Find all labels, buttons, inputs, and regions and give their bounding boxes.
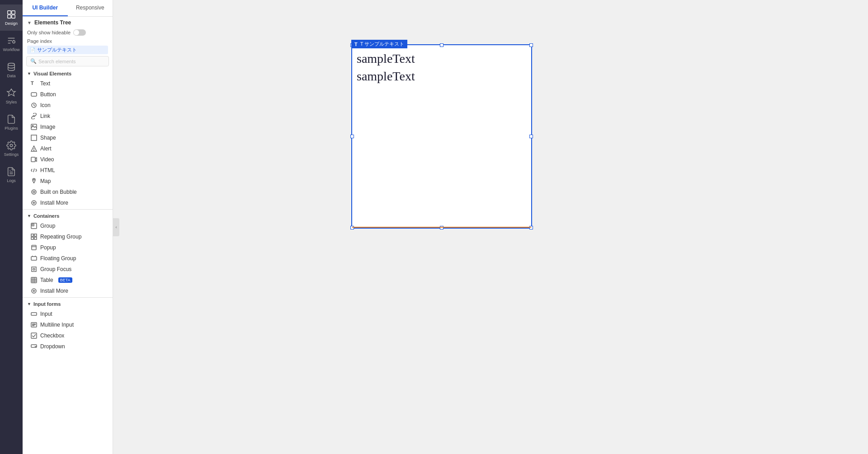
- resize-handle-mr[interactable]: [529, 135, 533, 138]
- element-popup[interactable]: Popup: [23, 242, 113, 253]
- svg-point-19: [33, 191, 35, 193]
- element-repeating-group[interactable]: Repeating Group: [23, 231, 113, 242]
- input-forms-chevron: ▼: [27, 302, 31, 306]
- svg-rect-16: [31, 157, 35, 162]
- element-type-icon: T: [354, 42, 358, 47]
- svg-rect-25: [31, 234, 33, 236]
- sidebar-item-design[interactable]: Design: [0, 5, 23, 31]
- resize-handle-bl[interactable]: [350, 226, 354, 229]
- canvas-area: ‹ T T サンプルテキスト sampleText sampleText: [113, 0, 868, 454]
- element-input[interactable]: Input: [23, 309, 113, 319]
- group-icon: [31, 223, 37, 229]
- svg-rect-3: [12, 15, 15, 18]
- dropdown-icon: [31, 343, 37, 350]
- sidebar-item-data[interactable]: Data: [0, 57, 23, 83]
- only-show-hideable-row: Only show hideable: [23, 28, 113, 37]
- svg-point-15: [34, 150, 34, 151]
- shape-icon: [31, 135, 37, 141]
- svg-rect-13: [31, 135, 37, 140]
- element-video[interactable]: Video: [23, 154, 113, 165]
- sidebar-item-plugins-label: Plugins: [5, 126, 18, 131]
- svg-point-33: [33, 268, 35, 270]
- svg-rect-29: [32, 245, 36, 250]
- element-multiline-input[interactable]: Multiline Input: [23, 319, 113, 330]
- visual-elements-header[interactable]: ▼ Visual Elements: [23, 68, 113, 78]
- resize-handle-ml[interactable]: [350, 135, 354, 138]
- repeating-group-icon: [31, 234, 37, 240]
- visual-elements-chevron: ▼: [27, 71, 31, 76]
- elements-tree-chevron: ▼: [27, 20, 32, 25]
- button-icon: [31, 91, 37, 98]
- html-icon: [31, 167, 37, 173]
- element-group[interactable]: Group: [23, 220, 113, 231]
- element-text[interactable]: T Text: [23, 78, 113, 89]
- resize-handle-bc[interactable]: [440, 226, 443, 229]
- input-forms-header[interactable]: ▼ Input forms: [23, 299, 113, 309]
- svg-rect-0: [8, 11, 11, 14]
- element-image[interactable]: Image: [23, 122, 113, 132]
- svg-rect-31: [31, 257, 37, 260]
- text-element-box[interactable]: sampleText sampleText: [351, 44, 532, 229]
- svg-rect-2: [8, 15, 11, 18]
- svg-rect-27: [31, 237, 33, 239]
- page-index-item[interactable]: 📄 サンプルテキスト: [27, 46, 108, 54]
- svg-point-4: [13, 41, 15, 43]
- panel-tabs: UI Builder Responsive: [23, 0, 113, 17]
- tab-responsive[interactable]: Responsive: [68, 0, 113, 16]
- containers-chevron: ▼: [27, 214, 31, 218]
- svg-rect-28: [34, 237, 37, 239]
- svg-rect-24: [32, 224, 34, 226]
- element-map[interactable]: Map: [23, 176, 113, 187]
- map-icon: [31, 178, 37, 184]
- element-install-more-2[interactable]: Install More: [23, 286, 113, 296]
- sidebar-item-settings[interactable]: Settings: [0, 136, 23, 162]
- search-icon: 🔍: [30, 58, 37, 64]
- element-dropdown[interactable]: Dropdown: [23, 341, 113, 352]
- checkbox-icon: [31, 332, 37, 339]
- sidebar-item-workflow[interactable]: Workflow: [0, 31, 23, 57]
- element-checkbox[interactable]: Checkbox: [23, 330, 113, 341]
- svg-rect-32: [32, 267, 36, 271]
- video-icon: [31, 156, 37, 163]
- sidebar-item-styles[interactable]: Styles: [0, 83, 23, 109]
- elements-tree-header[interactable]: ▼ Elements Tree: [23, 17, 113, 28]
- svg-rect-26: [34, 234, 37, 236]
- element-html[interactable]: HTML: [23, 165, 113, 176]
- sidebar-item-data-label: Data: [7, 74, 15, 78]
- install-more-1-icon: [31, 200, 37, 206]
- element-group-focus[interactable]: Group Focus: [23, 264, 113, 275]
- bubble-icon: [31, 189, 37, 195]
- search-elements-box[interactable]: 🔍 Search elements: [26, 56, 109, 66]
- element-icon[interactable]: Icon: [23, 100, 113, 111]
- input-icon: [31, 311, 37, 317]
- sample-text-line1: sampleText: [357, 50, 527, 67]
- containers-header[interactable]: ▼ Containers: [23, 211, 113, 220]
- page-index-row: Page index: [23, 37, 113, 46]
- element-shape[interactable]: Shape: [23, 132, 113, 143]
- element-button[interactable]: Button: [23, 89, 113, 100]
- chevron-left-icon: ‹: [116, 225, 117, 229]
- selected-element-label: T T サンプルテキスト: [351, 40, 407, 48]
- resize-handle-tc[interactable]: [440, 43, 443, 47]
- element-link[interactable]: Link: [23, 111, 113, 122]
- table-beta-badge: BETA: [58, 277, 72, 283]
- sidebar-item-logs[interactable]: Logs: [0, 162, 23, 188]
- resize-handle-tr[interactable]: [529, 43, 533, 47]
- sidebar-item-plugins[interactable]: Plugins: [0, 109, 23, 136]
- panel-scroll-area: ▼ Visual Elements T Text Button Icon Lin…: [23, 68, 113, 454]
- resize-handle-br[interactable]: [529, 226, 533, 229]
- sidebar-item-workflow-label: Workflow: [3, 47, 20, 52]
- element-table[interactable]: Table BETA: [23, 275, 113, 286]
- tab-ui-builder[interactable]: UI Builder: [23, 0, 68, 16]
- alert-icon: [31, 145, 37, 152]
- element-built-on-bubble[interactable]: Built on Bubble: [23, 187, 113, 197]
- element-alert[interactable]: Alert: [23, 143, 113, 154]
- sidebar-item-settings-label: Settings: [4, 152, 19, 157]
- panel-collapse-button[interactable]: ‹: [113, 218, 119, 236]
- popup-icon: [31, 244, 37, 251]
- element-floating-group[interactable]: Floating Group: [23, 253, 113, 264]
- svg-rect-42: [31, 313, 37, 315]
- element-install-more-1[interactable]: Install More: [23, 197, 113, 208]
- only-show-toggle[interactable]: [73, 29, 86, 36]
- svg-rect-34: [31, 277, 37, 283]
